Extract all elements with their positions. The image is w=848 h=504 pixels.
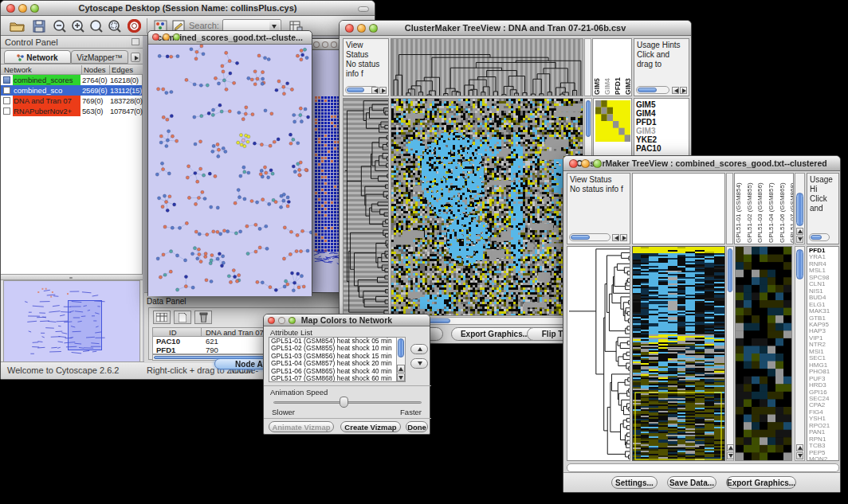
treeview1-vscroll-thumb[interactable]: [586, 100, 591, 137]
network-tree-row[interactable]: RNAPuberNov2+ 563(0) 107847(0): [1, 106, 142, 116]
new-attribute-icon[interactable]: [174, 311, 191, 324]
scroll-up-button[interactable]: [397, 365, 405, 373]
zoom-out-icon[interactable]: [50, 18, 69, 34]
gene-label[interactable]: PFD1: [634, 118, 689, 127]
close-button[interactable]: [268, 317, 275, 324]
scroll-up-button[interactable]: [796, 228, 803, 235]
treeview2-vscrollbar[interactable]: [726, 246, 734, 461]
row-dendrogram-canvas[interactable]: [344, 99, 388, 315]
close-button[interactable]: [6, 4, 15, 13]
gene-label[interactable]: GIM3: [634, 127, 689, 135]
birdseye-view[interactable]: [3, 280, 140, 363]
scroll-up-button[interactable]: [727, 444, 734, 451]
scroll-down-button[interactable]: [796, 452, 803, 459]
scroll-down-button[interactable]: [727, 452, 734, 459]
treeview2-labels-vscroll[interactable]: [795, 173, 805, 244]
close-button[interactable]: [345, 24, 354, 33]
view-status-hscroll[interactable]: [569, 233, 610, 241]
minimize-button[interactable]: [163, 33, 170, 41]
scroll-right-button[interactable]: [680, 87, 687, 94]
usage-hints-hscroll[interactable]: [636, 86, 669, 94]
gene-label[interactable]: YKE2: [634, 135, 689, 144]
attribute-list-vscroll[interactable]: [396, 337, 406, 382]
treeview2-zoom-vscroll[interactable]: [795, 246, 805, 461]
animate-vizmap-button[interactable]: Animate Vizmap: [269, 421, 334, 432]
zoom-vscroll-thumb[interactable]: [796, 249, 803, 279]
heatmap-canvas[interactable]: [391, 99, 583, 315]
scroll-up-button[interactable]: [796, 444, 803, 451]
labels-vscroll-thumb[interactable]: [796, 193, 803, 226]
select-attributes-icon[interactable]: [153, 311, 171, 324]
zoom-button[interactable]: [331, 41, 337, 48]
treeview1-column-dendrogram[interactable]: [391, 38, 583, 96]
gene-label[interactable]: GIM5: [634, 100, 689, 109]
treeview1-top-scroll-strip[interactable]: [584, 38, 591, 96]
done-button[interactable]: Done: [406, 421, 428, 432]
delete-attribute-icon[interactable]: [194, 311, 212, 324]
zoom-fit-icon[interactable]: [87, 18, 106, 34]
zoom-button[interactable]: [30, 4, 39, 13]
column-dendrogram-canvas[interactable]: [391, 39, 583, 96]
close-button[interactable]: [313, 41, 320, 48]
close-button[interactable]: [152, 33, 159, 41]
close-button[interactable]: [569, 159, 578, 168]
zoom-heatmap-canvas[interactable]: [736, 247, 791, 460]
treeview2-hscrollbar[interactable]: [567, 463, 839, 472]
zoom-button[interactable]: [173, 33, 180, 41]
minimize-button[interactable]: [357, 24, 366, 33]
export-graphics-button[interactable]: Export Graphics...: [726, 476, 796, 489]
zoom-in-icon[interactable]: [69, 18, 88, 34]
tab-network[interactable]: Network: [4, 50, 71, 64]
network-tree-row[interactable]: combined_scores 2764(0) 16218(0): [1, 75, 142, 85]
save-session-button[interactable]: [29, 18, 49, 34]
export-graphics-button[interactable]: Export Graphics...: [451, 327, 539, 341]
row-dendrogram-canvas[interactable]: [567, 247, 630, 460]
float-panel-icon[interactable]: [132, 38, 139, 45]
settings-button[interactable]: Settings...: [611, 476, 658, 489]
zoom-button[interactable]: [289, 317, 296, 324]
treeview2-zoom-heatmap[interactable]: [735, 246, 792, 461]
treeview1-heatmap[interactable]: [391, 98, 583, 316]
scroll-left-button[interactable]: [371, 87, 379, 94]
usage-hints-hscroll[interactable]: [809, 233, 830, 241]
main-title-bar[interactable]: Cytoscape Desktop (Session Name: collins…: [1, 1, 375, 16]
move-down-button[interactable]: [410, 358, 428, 369]
network-graph-canvas[interactable]: [148, 45, 312, 296]
minimize-button[interactable]: [18, 4, 27, 13]
birdseye-canvas[interactable]: [4, 281, 139, 362]
minimize-button[interactable]: [581, 159, 590, 168]
help-lifering-icon[interactable]: [124, 18, 143, 34]
treeview2-vscroll-thumb[interactable]: [728, 248, 732, 292]
network-tree-row[interactable]: DNA and Tran 07 769(0) 183728(0): [1, 96, 142, 106]
treeview2-column-tree-area[interactable]: [632, 173, 725, 244]
treeview1-title-bar[interactable]: ClusterMaker TreeView : DNA and Tran 07-…: [340, 21, 691, 36]
scroll-right-button[interactable]: [620, 234, 627, 241]
correlation-matrix-canvas[interactable]: [595, 100, 630, 142]
minimize-button[interactable]: [278, 317, 285, 324]
gene-label[interactable]: GIM4: [634, 109, 689, 118]
speed-slider-thumb[interactable]: [340, 397, 348, 408]
open-session-button[interactable]: [7, 18, 26, 34]
save-data-button[interactable]: Save Data...: [667, 476, 716, 489]
scroll-right-button[interactable]: [379, 87, 387, 94]
zoom-button[interactable]: [369, 24, 378, 33]
scroll-left-button[interactable]: [612, 234, 619, 241]
create-vizmap-button[interactable]: Create Vizmap: [340, 421, 401, 432]
tab-vizmapper[interactable]: VizMapper™: [71, 50, 128, 64]
treeview2-title-bar[interactable]: ClusterMaker TreeView : combined_scores_…: [563, 156, 840, 171]
scroll-down-button[interactable]: [397, 373, 405, 381]
toolbar-toggle-button[interactable]: [358, 6, 369, 12]
treeview2-top-scroll-strip[interactable]: [726, 173, 733, 244]
attribute-vscroll-thumb[interactable]: [398, 338, 404, 357]
heatmap-canvas[interactable]: [633, 247, 724, 460]
gene-label[interactable]: PAC10: [634, 144, 689, 153]
scroll-down-button[interactable]: [796, 236, 803, 243]
minimize-button[interactable]: [322, 41, 328, 48]
treeview1-row-dendrogram[interactable]: [343, 98, 389, 316]
zoom-selected-icon[interactable]: [105, 18, 124, 34]
tab-overflow-button[interactable]: [131, 53, 140, 62]
gene-label[interactable]: MON2: [807, 456, 838, 461]
network-tree-row[interactable]: combined_sco 2569(6) 13112(15): [1, 85, 142, 96]
panel-splitter[interactable]: [1, 274, 143, 280]
scroll-left-button[interactable]: [672, 87, 679, 94]
